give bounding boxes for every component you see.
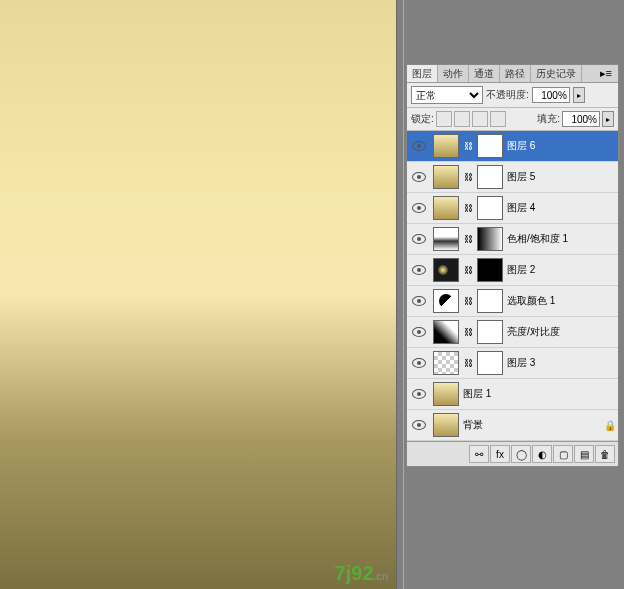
new-layer-icon[interactable]: ▤ <box>574 445 594 463</box>
visibility-toggle[interactable] <box>409 415 429 435</box>
visibility-toggle[interactable] <box>409 322 429 342</box>
layer-thumbnail[interactable] <box>433 289 459 313</box>
eye-icon <box>412 265 426 275</box>
mask-link-icon[interactable]: ⛓ <box>463 172 473 182</box>
layer-name-label[interactable]: 图层 6 <box>507 139 616 153</box>
lock-all-icon[interactable] <box>490 111 506 127</box>
watermark: 7j92.cn <box>335 562 388 585</box>
canvas-viewport[interactable]: 7j92.cn <box>0 0 396 589</box>
visibility-toggle[interactable] <box>409 167 429 187</box>
layer-thumbnail[interactable] <box>433 134 459 158</box>
layer-name-label[interactable]: 图层 4 <box>507 201 616 215</box>
visibility-toggle[interactable] <box>409 291 429 311</box>
layer-row[interactable]: 背景🔒 <box>407 410 618 441</box>
blend-toolbar: 正常 不透明度: ▸ <box>407 83 618 108</box>
layer-name-label[interactable]: 色相/饱和度 1 <box>507 232 616 246</box>
fill-dropdown-icon[interactable]: ▸ <box>602 111 614 127</box>
eye-icon <box>412 234 426 244</box>
layers-bottom-toolbar: ⚯ fx ◯ ◐ ▢ ▤ 🗑 <box>407 441 618 466</box>
new-group-icon[interactable]: ▢ <box>553 445 573 463</box>
tab-1[interactable]: 动作 <box>438 65 469 82</box>
lock-icon: 🔒 <box>604 420 616 431</box>
layer-mask-thumbnail[interactable] <box>477 320 503 344</box>
layer-name-label[interactable]: 图层 1 <box>463 387 616 401</box>
eye-icon <box>412 389 426 399</box>
layer-name-label[interactable]: 背景 <box>463 418 600 432</box>
mask-link-icon[interactable]: ⛓ <box>463 358 473 368</box>
tab-3[interactable]: 路径 <box>500 65 531 82</box>
blend-mode-select[interactable]: 正常 <box>411 86 483 104</box>
layer-row[interactable]: ⛓图层 4 <box>407 193 618 224</box>
lock-toolbar: 锁定: 填充: ▸ <box>407 108 618 131</box>
layer-row[interactable]: ⛓图层 6 <box>407 131 618 162</box>
layer-mask-thumbnail[interactable] <box>477 258 503 282</box>
mask-link-icon[interactable]: ⛓ <box>463 234 473 244</box>
tab-4[interactable]: 历史记录 <box>531 65 582 82</box>
lock-position-icon[interactable] <box>472 111 488 127</box>
eye-icon <box>412 420 426 430</box>
add-mask-icon[interactable]: ◯ <box>511 445 531 463</box>
layer-mask-thumbnail[interactable] <box>477 134 503 158</box>
opacity-dropdown-icon[interactable]: ▸ <box>573 87 585 103</box>
visibility-toggle[interactable] <box>409 198 429 218</box>
layer-row[interactable]: ⛓选取颜色 1 <box>407 286 618 317</box>
layer-thumbnail[interactable] <box>433 382 459 406</box>
layer-mask-thumbnail[interactable] <box>477 289 503 313</box>
layer-name-label[interactable]: 图层 5 <box>507 170 616 184</box>
layer-row[interactable]: ⛓图层 2 <box>407 255 618 286</box>
mask-link-icon[interactable]: ⛓ <box>463 327 473 337</box>
link-layers-icon[interactable]: ⚯ <box>469 445 489 463</box>
mask-link-icon[interactable]: ⛓ <box>463 265 473 275</box>
layer-thumbnail[interactable] <box>433 165 459 189</box>
visibility-toggle[interactable] <box>409 229 429 249</box>
layer-name-label[interactable]: 图层 3 <box>507 356 616 370</box>
layer-row[interactable]: ⛓亮度/对比度 <box>407 317 618 348</box>
mask-link-icon[interactable]: ⛓ <box>463 141 473 151</box>
opacity-input[interactable] <box>532 87 570 103</box>
lock-transparency-icon[interactable] <box>436 111 452 127</box>
panel-menu-icon[interactable]: ▸≡ <box>594 65 618 82</box>
layer-row[interactable]: ⛓图层 5 <box>407 162 618 193</box>
fill-input[interactable] <box>562 111 600 127</box>
layer-mask-thumbnail[interactable] <box>477 227 503 251</box>
panel-divider[interactable] <box>396 0 404 589</box>
layer-mask-thumbnail[interactable] <box>477 351 503 375</box>
layer-mask-thumbnail[interactable] <box>477 165 503 189</box>
eye-icon <box>412 172 426 182</box>
layer-name-label[interactable]: 亮度/对比度 <box>507 325 616 339</box>
layer-row[interactable]: ⛓图层 3 <box>407 348 618 379</box>
layer-thumbnail[interactable] <box>433 227 459 251</box>
tab-2[interactable]: 通道 <box>469 65 500 82</box>
layer-name-label[interactable]: 图层 2 <box>507 263 616 277</box>
layer-thumbnail[interactable] <box>433 196 459 220</box>
eye-icon <box>412 203 426 213</box>
visibility-toggle[interactable] <box>409 353 429 373</box>
layers-panel: 图层动作通道路径历史记录▸≡ 正常 不透明度: ▸ 锁定: 填充: ▸ ⛓图层 … <box>406 64 619 467</box>
layer-fx-icon[interactable]: fx <box>490 445 510 463</box>
lock-label: 锁定: <box>411 112 434 126</box>
delete-layer-icon[interactable]: 🗑 <box>595 445 615 463</box>
layer-thumbnail[interactable] <box>433 351 459 375</box>
tab-0[interactable]: 图层 <box>407 65 438 82</box>
visibility-toggle[interactable] <box>409 260 429 280</box>
layer-name-label[interactable]: 选取颜色 1 <box>507 294 616 308</box>
layer-row[interactable]: ⛓色相/饱和度 1 <box>407 224 618 255</box>
layers-list: ⛓图层 6⛓图层 5⛓图层 4⛓色相/饱和度 1⛓图层 2⛓选取颜色 1⛓亮度/… <box>407 131 618 441</box>
panels-area: 图层动作通道路径历史记录▸≡ 正常 不透明度: ▸ 锁定: 填充: ▸ ⛓图层 … <box>404 0 624 589</box>
layer-mask-thumbnail[interactable] <box>477 196 503 220</box>
eye-icon <box>412 327 426 337</box>
visibility-toggle[interactable] <box>409 136 429 156</box>
lock-pixels-icon[interactable] <box>454 111 470 127</box>
layer-thumbnail[interactable] <box>433 413 459 437</box>
eye-icon <box>412 141 426 151</box>
layer-row[interactable]: 图层 1 <box>407 379 618 410</box>
opacity-label: 不透明度: <box>486 88 529 102</box>
mask-link-icon[interactable]: ⛓ <box>463 296 473 306</box>
mask-link-icon[interactable]: ⛓ <box>463 203 473 213</box>
panel-tabs: 图层动作通道路径历史记录▸≡ <box>407 65 618 83</box>
adjustment-layer-icon[interactable]: ◐ <box>532 445 552 463</box>
visibility-toggle[interactable] <box>409 384 429 404</box>
layer-thumbnail[interactable] <box>433 320 459 344</box>
fill-label: 填充: <box>537 112 560 126</box>
layer-thumbnail[interactable] <box>433 258 459 282</box>
